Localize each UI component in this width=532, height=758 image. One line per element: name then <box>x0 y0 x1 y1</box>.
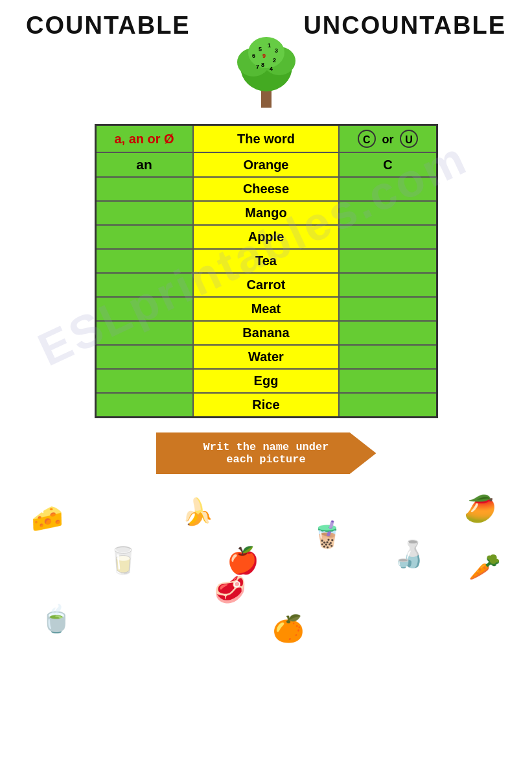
article-cell <box>95 177 193 201</box>
egg-image: 🥛 <box>107 547 139 573</box>
answer-cell <box>339 321 437 345</box>
table-row: Mango <box>95 201 437 225</box>
article-cell <box>95 201 193 225</box>
word-cell: Carrot <box>193 273 340 297</box>
svg-text:6: 6 <box>252 53 255 59</box>
answer-cell <box>339 249 437 273</box>
answer-cell <box>339 225 437 249</box>
word-cell: Banana <box>193 321 340 345</box>
word-cell: Mango <box>193 201 340 225</box>
exercises-table: a, an or Ø The word C or U anOrangeCChee… <box>95 124 438 418</box>
table-row: anOrangeC <box>95 152 437 177</box>
article-cell <box>95 369 193 393</box>
header-answer-col: C or U <box>339 125 437 153</box>
article-cell <box>95 297 193 321</box>
or-label: or <box>382 133 393 146</box>
table-row: Apple <box>95 225 437 249</box>
answer-cell <box>339 393 437 418</box>
carrot-image: 🥕 <box>468 554 501 580</box>
table-row: Carrot <box>95 273 437 297</box>
answer-cell <box>339 273 437 297</box>
table-row: Tea <box>95 249 437 273</box>
c-circle: C <box>358 130 376 148</box>
table-row: Cheese <box>95 177 437 201</box>
mango-image: 🥭 <box>464 495 496 521</box>
svg-text:1: 1 <box>268 42 271 49</box>
svg-text:4: 4 <box>270 65 273 72</box>
answer-cell <box>339 201 437 225</box>
table-row: Banana <box>95 321 437 345</box>
answer-cell: C <box>339 152 437 177</box>
rice-image: 🍵 <box>40 606 73 632</box>
answer-cell <box>339 177 437 201</box>
main-table-wrapper: a, an or Ø The word C or U anOrangeCChee… <box>0 124 532 418</box>
word-cell: Apple <box>193 225 340 249</box>
instruction-box: Writ the name under each picture <box>156 432 376 474</box>
article-cell <box>95 225 193 249</box>
word-cell: Water <box>193 345 340 369</box>
header-word-col: The word <box>193 125 340 153</box>
table-row: Egg <box>95 369 437 393</box>
meat-image: 🥩 <box>214 576 246 602</box>
article-cell <box>95 249 193 273</box>
orange-image: 🍊 <box>272 615 305 641</box>
svg-text:5: 5 <box>259 46 262 53</box>
article-cell <box>95 345 193 369</box>
article-cell <box>95 321 193 345</box>
instruction-area: Writ the name under each picture <box>95 432 438 474</box>
article-cell: an <box>95 152 193 177</box>
table-header-row: a, an or Ø The word C or U <box>95 125 437 153</box>
tree-area: 5 1 3 6 9 2 7 4 8 <box>0 33 532 117</box>
table-row: Meat <box>95 297 437 321</box>
tree-icon: 5 1 3 6 9 2 7 4 8 <box>231 33 302 111</box>
svg-text:7: 7 <box>256 64 259 70</box>
svg-text:2: 2 <box>273 57 276 64</box>
table-row: Water <box>95 345 437 369</box>
table-row: Rice <box>95 393 437 418</box>
word-cell: Tea <box>193 249 340 273</box>
water-image: 🍶 <box>393 541 425 567</box>
answer-cell <box>339 345 437 369</box>
u-circle: U <box>400 130 418 148</box>
tea-image: 🧋 <box>311 521 343 547</box>
word-cell: Orange <box>193 152 340 177</box>
answer-cell <box>339 369 437 393</box>
banana-image: 🍌 <box>181 499 214 525</box>
word-cell: Cheese <box>193 177 340 201</box>
header-article-col: a, an or Ø <box>95 125 193 153</box>
pictures-area: 🧀 🍌 🥭 🧋 🥛 🍎 🍶 🥕 🍵 🍊 🥩 <box>0 486 532 700</box>
instruction-text: Writ the name under each picture <box>203 441 329 466</box>
word-cell: Meat <box>193 297 340 321</box>
word-cell: Rice <box>193 393 340 418</box>
svg-text:9: 9 <box>262 53 266 59</box>
word-cell: Egg <box>193 369 340 393</box>
svg-text:3: 3 <box>275 47 278 54</box>
answer-cell <box>339 297 437 321</box>
apple-image: 🍎 <box>227 547 259 573</box>
article-cell <box>95 273 193 297</box>
svg-text:8: 8 <box>261 62 264 68</box>
cheese-image: 🧀 <box>31 505 64 531</box>
article-cell <box>95 393 193 418</box>
